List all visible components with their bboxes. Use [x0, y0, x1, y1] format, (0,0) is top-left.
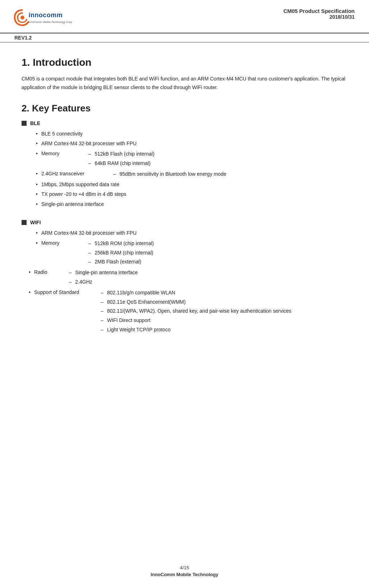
ble-sub-list: 512kB Flash (chip internal)64kB RAM (chi… [59, 150, 154, 168]
features-section: BLE BLE 5 connectivityARM Cortex-M4 32-b… [22, 120, 347, 335]
wifi-sub-item: 512kB ROM (chip internal) [59, 239, 154, 248]
header-right: CM05 Product Specification 2018/10/31 [283, 6, 355, 20]
ble-sub-item: 512kB Flash (chip internal) [59, 150, 154, 159]
ble-list-item: TX power -20 to +4 dBm in 4 dB steps [22, 189, 347, 199]
section1-heading: 1. Introduction [22, 57, 347, 68]
ble-list-item: Single-pin antenna interface [22, 199, 347, 210]
wifi-sub-item: 2MB Flash (external) [59, 257, 154, 267]
wifi-nested-sub-list: Single-pin antenna interface2.4GHz [47, 268, 138, 287]
footer: 4/15 InnoComm Mobile Technology [0, 565, 369, 577]
wifi-nested-sub-item: WIFI Direct support [79, 316, 291, 325]
wifi-nested-sub-list: 802.11b/g/n compatible WLAN802.11e QoS E… [79, 288, 291, 335]
logo-image: innocomm InnoComm Mobile Technology Corp… [11, 6, 75, 30]
wifi-nested-sub-item: Single-pin antenna interface [47, 268, 138, 277]
wifi-sub-item: 256kB RAM (chip internal) [59, 248, 154, 258]
wifi-nested-sub-item: 2.4GHz [47, 277, 138, 287]
footer-page: 4/15 [0, 565, 369, 570]
svg-text:InnoComm Mobile Technology Cor: InnoComm Mobile Technology Corp. [29, 20, 73, 24]
wifi-header: WIFI [22, 220, 347, 225]
wifi-inner-list: ARM Cortex-M4 32-bit processer with FPUM… [22, 228, 347, 267]
ble-list-item: 2.4GHz transceiver95dBm sensitivity in B… [22, 169, 347, 180]
ble-list-item: BLE 5 connectivity [22, 129, 347, 139]
ble-label: BLE [30, 120, 40, 126]
section2-heading: 2. Key Features [22, 103, 347, 114]
ble-category: BLE BLE 5 connectivityARM Cortex-M4 32-b… [22, 120, 347, 210]
ble-sub-item: 95dBm sensitivity in Bluetooth low energ… [84, 170, 226, 179]
ble-sub-item: 64kB RAM (chip internal) [59, 159, 154, 168]
header-title: CM05 Product Specification [283, 8, 355, 14]
header: innocomm InnoComm Mobile Technology Corp… [0, 0, 369, 33]
rev-line: REV1.2 [0, 33, 369, 42]
page-container: innocomm InnoComm Mobile Technology Corp… [0, 0, 369, 588]
wifi-top-item: RadioSingle-pin antenna interface2.4GHz [22, 267, 347, 288]
header-date: 2018/10/31 [283, 14, 355, 20]
intro-paragraph: CM05 is a compact module that integrates… [22, 75, 347, 92]
logo-area: innocomm InnoComm Mobile Technology Corp… [11, 6, 75, 30]
wifi-label: WIFI [30, 220, 41, 225]
footer-company: InnoComm Mobile Technology [0, 572, 369, 577]
wifi-list-item: Memory512kB ROM (chip internal)256kB RAM… [22, 238, 347, 267]
wifi-nested-sub-item: Light Weight TCP/IP protoco [79, 325, 291, 335]
wifi-top-item: Support of Standard802.11b/g/n compatibl… [22, 288, 347, 335]
ble-header: BLE [22, 120, 347, 126]
wifi-sub-list: 512kB ROM (chip internal)256kB RAM (chip… [59, 239, 154, 267]
rev-text: REV1.2 [14, 35, 32, 41]
wifi-nested-sub-item: 802.11e QoS Enhancement(WMM) [79, 298, 291, 307]
ble-list: BLE 5 connectivityARM Cortex-M4 32-bit p… [22, 129, 347, 210]
svg-text:innocomm: innocomm [29, 12, 63, 19]
ble-square-bullet [22, 121, 27, 126]
wifi-category: WIFI ARM Cortex-M4 32-bit processer with… [22, 220, 347, 335]
wifi-list-item: ARM Cortex-M4 32-bit processer with FPU [22, 228, 347, 238]
wifi-square-bullet [22, 220, 27, 225]
ble-sub-list: 95dBm sensitivity in Bluetooth low energ… [84, 170, 226, 179]
wifi-nested-sub-item: 802.11i(WPA, WPA2). Open, shared key, an… [79, 307, 291, 316]
svg-point-0 [20, 15, 24, 19]
main-content: 1. Introduction CM05 is a compact module… [0, 42, 369, 374]
ble-list-item: Memory512kB Flash (chip internal)64kB RA… [22, 149, 347, 169]
ble-list-item: ARM Cortex-M4 32-bit processer with FPU [22, 139, 347, 149]
ble-list-item: 1Mbps, 2Mbps supported data rate [22, 180, 347, 190]
wifi-top-list: RadioSingle-pin antenna interface2.4GHzS… [22, 267, 347, 335]
wifi-nested-sub-item: 802.11b/g/n compatible WLAN [79, 288, 291, 298]
